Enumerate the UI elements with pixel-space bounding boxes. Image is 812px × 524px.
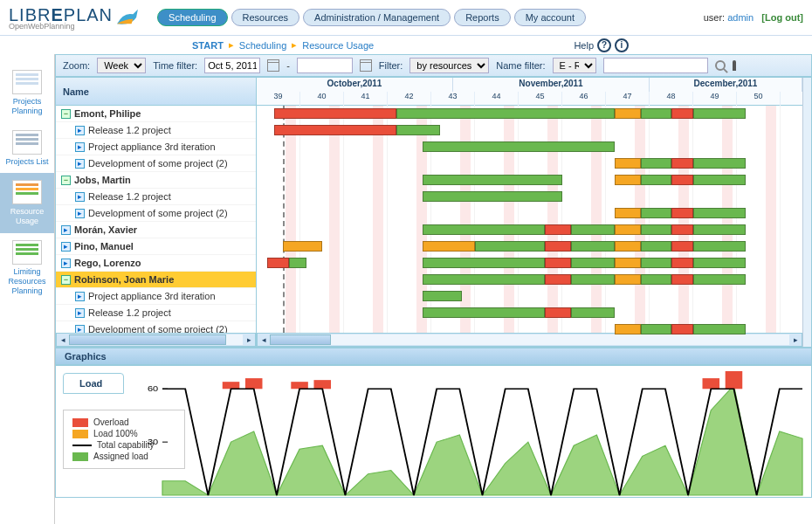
gantt-bar[interactable] <box>571 258 615 268</box>
gantt-bar[interactable] <box>671 224 693 235</box>
gantt-bar[interactable] <box>423 274 545 285</box>
logout-link[interactable]: [Log out] <box>761 12 803 23</box>
pin-icon[interactable] <box>733 60 736 71</box>
resource-row[interactable]: ▸Release 1.2 project <box>56 189 256 205</box>
gantt-bar[interactable] <box>615 274 641 285</box>
expand-icon[interactable]: ▸ <box>75 142 85 152</box>
expand-icon[interactable]: ▸ <box>75 126 85 135</box>
gantt-bar[interactable] <box>545 241 571 252</box>
expand-icon[interactable]: ▸ <box>75 308 85 318</box>
expand-icon[interactable]: ▸ <box>61 225 71 235</box>
gantt-bar[interactable] <box>641 108 671 119</box>
gantt-bar[interactable] <box>671 208 693 218</box>
resource-row[interactable]: ▸Pino, Manuel <box>56 238 256 255</box>
sidebar-item[interactable]: Projects Planning <box>0 63 54 123</box>
expand-icon[interactable]: ▸ <box>61 259 71 268</box>
gantt-bar[interactable] <box>615 108 641 119</box>
gantt-bar[interactable] <box>545 224 571 235</box>
search-icon[interactable] <box>715 60 726 71</box>
gantt-bar[interactable] <box>693 224 746 235</box>
gantt-bar[interactable] <box>571 241 615 252</box>
zoom-select[interactable]: Week <box>97 58 146 73</box>
gantt-bar[interactable] <box>571 274 615 285</box>
gantt-bar[interactable] <box>571 307 615 318</box>
expand-icon[interactable]: ▸ <box>75 159 85 169</box>
gantt-bar[interactable] <box>671 274 693 285</box>
gantt-bar[interactable] <box>423 307 545 318</box>
expand-icon[interactable]: ▸ <box>75 292 85 301</box>
gantt-bar[interactable] <box>423 175 562 185</box>
gantt-bar[interactable] <box>671 108 693 119</box>
gantt-bar[interactable] <box>274 125 396 135</box>
gantt-bar[interactable] <box>615 175 641 185</box>
timeline-vscroll[interactable] <box>802 78 811 347</box>
sidebar-item[interactable]: Limiting Resources Planning <box>0 233 54 302</box>
gantt-bar[interactable] <box>671 241 693 252</box>
gantt-bar[interactable] <box>283 241 322 252</box>
gantt-bar[interactable] <box>571 224 615 235</box>
gantt-bar[interactable] <box>267 258 289 268</box>
gantt-bar[interactable] <box>615 258 641 268</box>
resource-row[interactable]: ▸Development of some project (2) <box>56 205 256 222</box>
gantt-bar[interactable] <box>396 108 615 119</box>
gantt-bar[interactable] <box>641 224 671 235</box>
info-icon[interactable]: i <box>615 38 629 52</box>
gantt-bar[interactable] <box>641 258 671 268</box>
names-hscroll[interactable]: ◂▸ <box>56 333 256 347</box>
gantt-bar[interactable] <box>545 274 571 285</box>
expand-icon[interactable]: − <box>61 109 71 119</box>
gantt-bar[interactable] <box>693 175 746 185</box>
resource-row[interactable]: ▸Morán, Xavier <box>56 222 256 238</box>
gantt-bar[interactable] <box>545 307 571 318</box>
gantt-bar[interactable] <box>671 175 693 185</box>
tab-account[interactable]: My account <box>514 9 586 26</box>
gantt-bar[interactable] <box>396 125 440 135</box>
tab-reports[interactable]: Reports <box>454 9 511 26</box>
sidebar-item[interactable]: Projects List <box>0 123 54 174</box>
gantt-bar[interactable] <box>274 108 396 119</box>
resource-row[interactable]: −Robinson, Joan Marie <box>56 272 256 288</box>
calendar-icon[interactable] <box>360 59 372 72</box>
bc-start[interactable]: START <box>192 40 224 51</box>
gantt-bar[interactable] <box>423 258 545 268</box>
resource-row[interactable]: ▸Project appliance 3rd iteration <box>56 288 256 305</box>
gantt-bar[interactable] <box>423 291 462 301</box>
resource-row[interactable]: −Emont, Philipe <box>56 106 256 122</box>
gantt-bar[interactable] <box>615 208 641 218</box>
gantt-bar[interactable] <box>289 258 306 268</box>
gantt-bar[interactable] <box>693 241 746 252</box>
load-tab[interactable]: Load <box>63 373 124 394</box>
gantt-bar[interactable] <box>423 224 545 235</box>
resource-row[interactable]: −Jobs, Martin <box>56 172 256 189</box>
sidebar-item[interactable]: Resource Usage <box>0 173 54 233</box>
gantt-bar[interactable] <box>545 258 571 268</box>
gantt-bar[interactable] <box>641 241 671 252</box>
namefilter-input[interactable] <box>603 58 708 73</box>
timefilter-start[interactable] <box>204 58 260 73</box>
gantt-bar[interactable] <box>615 158 641 169</box>
tab-resources[interactable]: Resources <box>231 9 300 26</box>
help-link[interactable]: Help <box>574 40 594 51</box>
gantt-bar[interactable] <box>615 324 641 334</box>
user-link[interactable]: admin <box>727 12 754 23</box>
gantt-bar[interactable] <box>641 175 671 185</box>
gantt-bar[interactable] <box>693 324 746 334</box>
calendar-icon[interactable] <box>267 59 279 72</box>
bc-scheduling[interactable]: Scheduling <box>239 40 286 51</box>
gantt-bar[interactable] <box>641 158 671 169</box>
expand-icon[interactable]: − <box>61 176 71 185</box>
gantt-bar[interactable] <box>671 158 693 169</box>
gantt-bar[interactable] <box>615 224 641 235</box>
timeline-hscroll[interactable]: ◂▸ <box>257 333 802 347</box>
gantt-bar[interactable] <box>641 208 671 218</box>
gantt-bar[interactable] <box>671 258 693 268</box>
gantt-bar[interactable] <box>693 258 746 268</box>
gantt-bar[interactable] <box>423 191 562 202</box>
resource-row[interactable]: ▸Release 1.2 project <box>56 305 256 321</box>
gantt-bar[interactable] <box>641 274 671 285</box>
help-icon[interactable]: ? <box>597 38 611 52</box>
timefilter-end[interactable] <box>297 58 353 73</box>
expand-icon[interactable]: ▸ <box>61 242 71 252</box>
gantt-bar[interactable] <box>693 208 746 218</box>
resource-row[interactable]: ▸Project appliance 3rd iteration <box>56 139 256 155</box>
